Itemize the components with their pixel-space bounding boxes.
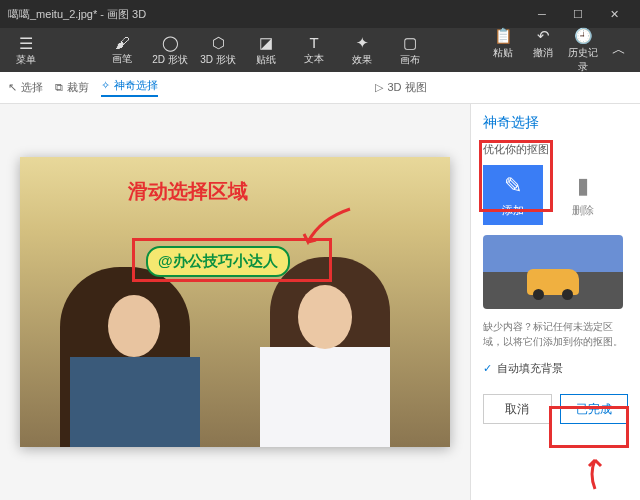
title-bar: 噶噶_meitu_2.jpg* - 画图 3D ─ ☐ ✕ bbox=[0, 0, 640, 28]
photo-content bbox=[108, 295, 160, 357]
sticker-icon: ◪ bbox=[244, 34, 288, 52]
brush-tool[interactable]: 🖌画笔 bbox=[100, 34, 144, 67]
shape2d-tool[interactable]: ◯2D 形状 bbox=[148, 34, 192, 67]
right-panel: 神奇选择 优化你的抠图 ✎ 添加 ▮ 删除 缺少内容？标记任何未选定区域，以将它… bbox=[470, 104, 640, 500]
photo-content bbox=[298, 285, 352, 349]
cube-icon: ⬡ bbox=[196, 34, 240, 52]
panel-title: 神奇选择 bbox=[483, 114, 628, 132]
cancel-button[interactable]: 取消 bbox=[483, 394, 552, 424]
highlight-box-add bbox=[479, 140, 553, 212]
menu-button[interactable]: ☰ 菜单 bbox=[4, 34, 48, 67]
canvas-tool[interactable]: ▢画布 bbox=[388, 34, 432, 67]
expand-toggle[interactable]: ︿ bbox=[602, 41, 636, 59]
undo-button[interactable]: ↶撤消 bbox=[524, 27, 562, 74]
preview-thumbnail bbox=[483, 235, 623, 309]
highlight-box-done bbox=[549, 406, 629, 448]
arrow-annotation-1 bbox=[300, 204, 360, 254]
arrow-annotation-2 bbox=[577, 454, 617, 494]
paste-button[interactable]: 📋粘贴 bbox=[484, 27, 522, 74]
minimize-button[interactable]: ─ bbox=[524, 0, 560, 28]
annotation-label: 滑动选择区域 bbox=[128, 178, 248, 205]
autofill-checkbox[interactable]: ✓ 自动填充背景 bbox=[483, 361, 628, 376]
clipboard-icon: 📋 bbox=[484, 27, 522, 45]
text-icon: T bbox=[292, 34, 336, 51]
crop-icon: ⧉ bbox=[55, 81, 63, 94]
magic-select-mode[interactable]: ✧神奇选择 bbox=[101, 78, 158, 97]
sparkle-icon: ✦ bbox=[340, 34, 384, 52]
photo-content bbox=[70, 357, 200, 447]
wand-icon: ✧ bbox=[101, 79, 110, 92]
chevron-up-icon: ︿ bbox=[612, 41, 626, 57]
checkmark-icon: ✓ bbox=[483, 362, 492, 375]
crop-mode[interactable]: ⧉裁剪 bbox=[55, 80, 89, 95]
select-mode[interactable]: ↖选择 bbox=[8, 80, 43, 95]
sub-toolbar: ↖选择 ⧉裁剪 ✧神奇选择 ▷3D 视图 bbox=[0, 72, 640, 104]
top-toolbar: ☰ 菜单 🖌画笔 ◯2D 形状 ⬡3D 形状 ◪贴纸 T文本 ✦效果 ▢画布 📋… bbox=[0, 28, 640, 72]
hint-text: 缺少内容？标记任何未选定区域，以将它们添加到你的抠图。 bbox=[483, 319, 628, 349]
history-button[interactable]: 🕘历史记录 bbox=[564, 27, 602, 74]
watermark-text: @办公技巧小达人 bbox=[146, 246, 290, 277]
play-icon: ▷ bbox=[375, 81, 383, 94]
undo-icon: ↶ bbox=[524, 27, 562, 45]
main-area: 滑动选择区域 @办公技巧小达人 神奇选择 优化你的抠图 ✎ 添加 ▮ 删除 bbox=[0, 104, 640, 500]
hamburger-icon: ☰ bbox=[4, 34, 48, 53]
photo-content bbox=[260, 347, 390, 447]
close-button[interactable]: ✕ bbox=[596, 0, 632, 28]
sticker-tool[interactable]: ◪贴纸 bbox=[244, 34, 288, 67]
canvas-icon: ▢ bbox=[388, 34, 432, 52]
canvas-area[interactable]: 滑动选择区域 @办公技巧小达人 bbox=[0, 104, 470, 500]
history-icon: 🕘 bbox=[564, 27, 602, 45]
eraser-icon: ▮ bbox=[577, 173, 589, 199]
car-graphic bbox=[527, 269, 579, 295]
brush-icon: 🖌 bbox=[100, 34, 144, 51]
window-title: 噶噶_meitu_2.jpg* - 画图 3D bbox=[8, 7, 524, 22]
text-tool[interactable]: T文本 bbox=[292, 34, 336, 67]
remove-mode-card[interactable]: ▮ 删除 bbox=[553, 165, 613, 225]
view3d-mode[interactable]: ▷3D 视图 bbox=[375, 80, 426, 95]
cursor-icon: ↖ bbox=[8, 81, 17, 94]
maximize-button[interactable]: ☐ bbox=[560, 0, 596, 28]
circle-icon: ◯ bbox=[148, 34, 192, 52]
effect-tool[interactable]: ✦效果 bbox=[340, 34, 384, 67]
shape3d-tool[interactable]: ⬡3D 形状 bbox=[196, 34, 240, 67]
